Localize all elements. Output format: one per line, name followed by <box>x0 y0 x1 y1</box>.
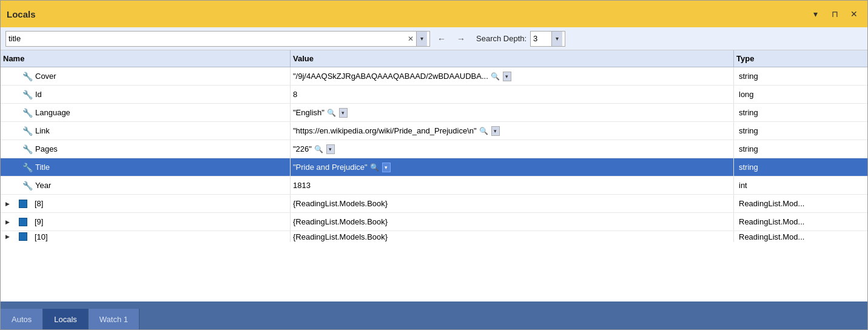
row-value-text: {ReadingList.Models.Book} <box>293 199 388 208</box>
expand-icon[interactable]: ▶ <box>3 218 12 226</box>
cell-value: "/9j/4AAQSkZJRgABAQAAAQABAAD/2wBDAAUDBA.… <box>291 67 734 85</box>
table-header: Name Value Type <box>1 50 867 67</box>
cell-type: string <box>734 67 867 85</box>
depth-input-container: ▾ <box>530 31 565 47</box>
wrench-icon: 🔧 <box>22 90 33 99</box>
wrench-icon: 🔧 <box>22 72 33 81</box>
cell-value: {ReadingList.Models.Book} <box>291 213 734 231</box>
row-name-label: Cover <box>35 72 56 81</box>
table-row[interactable]: 🔧 Link "https://en.wikipedia.org/wiki/Pr… <box>1 122 867 140</box>
row-name-label: [10] <box>35 232 48 241</box>
row-name-label: [9] <box>35 217 43 226</box>
cell-name: 🔧 Pages <box>1 140 291 158</box>
expand-icon[interactable]: ▶ <box>3 200 12 208</box>
table-row[interactable]: 🔧 Year 1813 int <box>1 177 867 195</box>
locals-window: Locals ▾ ⊓ ✕ ✕ ▾ ← → Search Depth: ▾ Nam… <box>0 0 868 330</box>
cell-name: 🔧 Language <box>1 104 291 121</box>
header-value: Value <box>291 50 734 67</box>
search-input[interactable] <box>8 34 405 43</box>
cell-name: ▶ [9] <box>1 213 291 231</box>
header-type: Type <box>734 50 867 67</box>
table-row-selected[interactable]: 🔧 Title "Pride and Prejudice" 🔍 ▾ string <box>1 158 867 177</box>
row-value-text: "226" <box>293 144 312 153</box>
cell-name: 🔧 Id <box>1 86 291 103</box>
row-value-text: "Pride and Prejudice" <box>293 163 368 172</box>
table-row[interactable]: ▶ [9] {ReadingList.Models.Book} ReadingL… <box>1 213 867 231</box>
tab-watch1[interactable]: Watch 1 <box>89 309 140 329</box>
value-dropdown[interactable]: ▾ <box>503 72 511 81</box>
cell-type: ReadingList.Mod... <box>734 195 867 212</box>
cell-type: long <box>734 86 867 103</box>
search-depth-label: Search Depth: <box>476 34 527 43</box>
tab-bar: Autos Locals Watch 1 <box>1 301 867 329</box>
search-icon[interactable]: 🔍 <box>479 126 489 136</box>
cell-type: string <box>734 140 867 158</box>
cell-type: string <box>734 158 867 176</box>
row-value-text: {ReadingList.Models.Book} <box>293 232 388 241</box>
row-value-text: {ReadingList.Models.Book} <box>293 217 388 226</box>
cell-value: {ReadingList.Models.Book} <box>291 231 734 242</box>
search-input-container: ✕ ▾ <box>5 31 430 47</box>
back-button[interactable]: ← <box>434 31 449 47</box>
cell-name: 🔧 Title <box>1 158 291 176</box>
depth-dropdown-button[interactable]: ▾ <box>551 32 562 46</box>
table-row[interactable]: ▶ [8] {ReadingList.Models.Book} ReadingL… <box>1 195 867 213</box>
search-icon[interactable]: 🔍 <box>491 72 500 81</box>
wrench-icon: 🔧 <box>22 144 33 154</box>
pin-button[interactable]: ⊓ <box>827 7 842 21</box>
window-title: Locals <box>7 9 36 19</box>
depth-input[interactable] <box>533 34 551 43</box>
value-dropdown[interactable]: ▾ <box>491 126 500 136</box>
close-button[interactable]: ✕ <box>847 7 861 21</box>
cell-name: ▶ [8] <box>1 195 291 212</box>
value-dropdown[interactable]: ▾ <box>326 144 335 154</box>
tab-locals[interactable]: Locals <box>43 309 89 329</box>
search-icon[interactable]: 🔍 <box>327 108 337 118</box>
expand-icon[interactable]: ▶ <box>3 232 12 241</box>
cube-icon <box>19 232 27 241</box>
row-value-text: "/9j/4AAQSkZJRgABAQAAAQABAAD/2wBDAAUDBA.… <box>293 72 488 81</box>
row-value-text: 1813 <box>293 181 311 190</box>
table-body: 🔧 Cover "/9j/4AAQSkZJRgABAQAAAQABAAD/2wB… <box>1 67 867 301</box>
search-icon[interactable]: 🔍 <box>370 163 380 172</box>
row-name-label: Year <box>35 181 51 190</box>
cell-value: "226" 🔍 ▾ <box>291 140 734 158</box>
cell-value: "https://en.wikipedia.org/wiki/Pride_and… <box>291 122 734 140</box>
row-value-text: "English" <box>293 108 325 117</box>
table-row[interactable]: 🔧 Language "English" 🔍 ▾ string <box>1 104 867 122</box>
cell-name: 🔧 Link <box>1 122 291 140</box>
title-bar: Locals ▾ ⊓ ✕ <box>1 1 867 27</box>
tab-autos-label: Autos <box>12 315 32 324</box>
row-name-label: Pages <box>35 144 58 153</box>
tab-watch1-label: Watch 1 <box>99 315 128 324</box>
header-name: Name <box>1 50 291 67</box>
cell-type: string <box>734 122 867 140</box>
wrench-icon: 🔧 <box>22 126 33 136</box>
search-dropdown-button[interactable]: ▾ <box>416 32 427 46</box>
row-value-text: 8 <box>293 90 297 99</box>
wrench-icon: 🔧 <box>22 108 33 118</box>
row-name-label: Link <box>35 126 50 135</box>
tab-locals-label: Locals <box>54 315 77 324</box>
tab-autos[interactable]: Autos <box>1 309 43 329</box>
forward-button[interactable]: → <box>453 31 469 47</box>
value-dropdown[interactable]: ▾ <box>339 108 348 118</box>
cell-value: "Pride and Prejudice" 🔍 ▾ <box>291 158 734 176</box>
clear-button[interactable]: ✕ <box>405 33 416 44</box>
search-icon[interactable]: 🔍 <box>314 144 324 154</box>
dropdown-button[interactable]: ▾ <box>808 7 823 21</box>
row-name-label: Title <box>35 163 50 172</box>
value-dropdown[interactable]: ▾ <box>382 163 391 172</box>
table-row[interactable]: 🔧 Cover "/9j/4AAQSkZJRgABAQAAAQABAAD/2wB… <box>1 67 867 86</box>
table-area: Name Value Type 🔧 Cover "/9j/4AAQSkZJRgA… <box>1 50 867 301</box>
cell-value: "English" 🔍 ▾ <box>291 104 734 121</box>
row-name-label: [8] <box>35 199 43 208</box>
table-row[interactable]: 🔧 Pages "226" 🔍 ▾ string <box>1 140 867 158</box>
wrench-icon: 🔧 <box>22 181 33 190</box>
row-name-label: Id <box>35 90 42 99</box>
cell-type: ReadingList.Mod... <box>734 213 867 231</box>
table-row[interactable]: ▶ [10] {ReadingList.Models.Book} Reading… <box>1 231 867 242</box>
cell-name: 🔧 Cover <box>1 67 291 85</box>
table-row[interactable]: 🔧 Id 8 long <box>1 86 867 104</box>
cell-name: 🔧 Year <box>1 177 291 194</box>
